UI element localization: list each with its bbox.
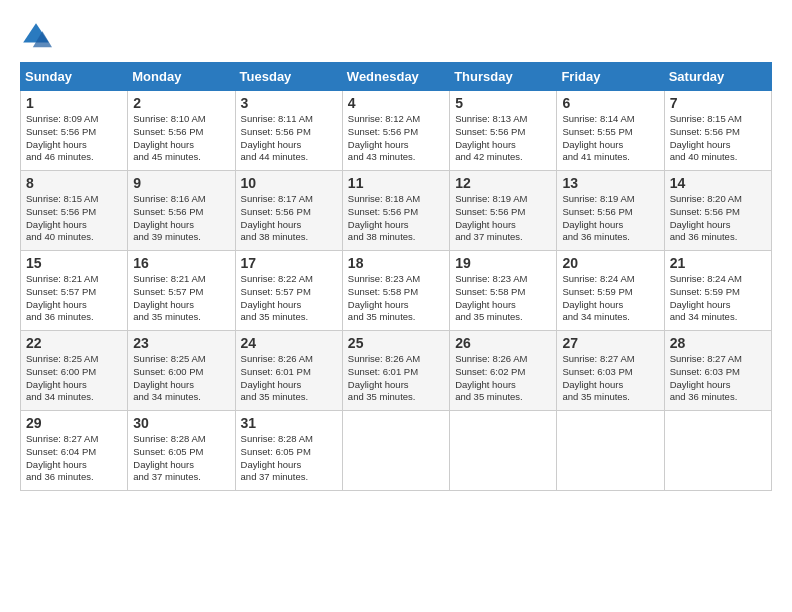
calendar-header: SundayMondayTuesdayWednesdayThursdayFrid… (21, 63, 772, 91)
day-info: Sunrise: 8:25 AM Sunset: 6:00 PM Dayligh… (26, 353, 122, 404)
day-number: 4 (348, 95, 444, 111)
calendar-cell: 13 Sunrise: 8:19 AM Sunset: 5:56 PM Dayl… (557, 171, 664, 251)
day-info: Sunrise: 8:19 AM Sunset: 5:56 PM Dayligh… (455, 193, 551, 244)
calendar-cell: 20 Sunrise: 8:24 AM Sunset: 5:59 PM Dayl… (557, 251, 664, 331)
day-info: Sunrise: 8:28 AM Sunset: 6:05 PM Dayligh… (133, 433, 229, 484)
day-number: 5 (455, 95, 551, 111)
day-info: Sunrise: 8:11 AM Sunset: 5:56 PM Dayligh… (241, 113, 337, 164)
day-info: Sunrise: 8:24 AM Sunset: 5:59 PM Dayligh… (562, 273, 658, 324)
calendar-cell: 12 Sunrise: 8:19 AM Sunset: 5:56 PM Dayl… (450, 171, 557, 251)
weekday-header-wednesday: Wednesday (342, 63, 449, 91)
day-info: Sunrise: 8:18 AM Sunset: 5:56 PM Dayligh… (348, 193, 444, 244)
day-info: Sunrise: 8:16 AM Sunset: 5:56 PM Dayligh… (133, 193, 229, 244)
calendar-cell: 6 Sunrise: 8:14 AM Sunset: 5:55 PM Dayli… (557, 91, 664, 171)
day-info: Sunrise: 8:20 AM Sunset: 5:56 PM Dayligh… (670, 193, 766, 244)
day-number: 29 (26, 415, 122, 431)
day-info: Sunrise: 8:25 AM Sunset: 6:00 PM Dayligh… (133, 353, 229, 404)
weekday-header-monday: Monday (128, 63, 235, 91)
day-number: 11 (348, 175, 444, 191)
day-number: 20 (562, 255, 658, 271)
calendar-cell: 27 Sunrise: 8:27 AM Sunset: 6:03 PM Dayl… (557, 331, 664, 411)
weekday-header-tuesday: Tuesday (235, 63, 342, 91)
day-number: 7 (670, 95, 766, 111)
day-number: 12 (455, 175, 551, 191)
weekday-header-saturday: Saturday (664, 63, 771, 91)
calendar-cell: 11 Sunrise: 8:18 AM Sunset: 5:56 PM Dayl… (342, 171, 449, 251)
calendar-cell: 25 Sunrise: 8:26 AM Sunset: 6:01 PM Dayl… (342, 331, 449, 411)
day-number: 25 (348, 335, 444, 351)
calendar-cell: 30 Sunrise: 8:28 AM Sunset: 6:05 PM Dayl… (128, 411, 235, 491)
day-number: 28 (670, 335, 766, 351)
day-info: Sunrise: 8:10 AM Sunset: 5:56 PM Dayligh… (133, 113, 229, 164)
day-info: Sunrise: 8:23 AM Sunset: 5:58 PM Dayligh… (455, 273, 551, 324)
calendar-cell: 22 Sunrise: 8:25 AM Sunset: 6:00 PM Dayl… (21, 331, 128, 411)
day-number: 10 (241, 175, 337, 191)
calendar-cell: 2 Sunrise: 8:10 AM Sunset: 5:56 PM Dayli… (128, 91, 235, 171)
calendar-cell (557, 411, 664, 491)
calendar-cell: 1 Sunrise: 8:09 AM Sunset: 5:56 PM Dayli… (21, 91, 128, 171)
calendar-cell: 9 Sunrise: 8:16 AM Sunset: 5:56 PM Dayli… (128, 171, 235, 251)
calendar-cell: 4 Sunrise: 8:12 AM Sunset: 5:56 PM Dayli… (342, 91, 449, 171)
day-info: Sunrise: 8:26 AM Sunset: 6:01 PM Dayligh… (348, 353, 444, 404)
weekday-header-friday: Friday (557, 63, 664, 91)
calendar-cell: 14 Sunrise: 8:20 AM Sunset: 5:56 PM Dayl… (664, 171, 771, 251)
weekday-header-sunday: Sunday (21, 63, 128, 91)
day-number: 16 (133, 255, 229, 271)
weekday-header-row: SundayMondayTuesdayWednesdayThursdayFrid… (21, 63, 772, 91)
calendar-cell: 16 Sunrise: 8:21 AM Sunset: 5:57 PM Dayl… (128, 251, 235, 331)
calendar-cell: 28 Sunrise: 8:27 AM Sunset: 6:03 PM Dayl… (664, 331, 771, 411)
day-info: Sunrise: 8:09 AM Sunset: 5:56 PM Dayligh… (26, 113, 122, 164)
day-number: 19 (455, 255, 551, 271)
day-info: Sunrise: 8:14 AM Sunset: 5:55 PM Dayligh… (562, 113, 658, 164)
day-info: Sunrise: 8:12 AM Sunset: 5:56 PM Dayligh… (348, 113, 444, 164)
day-info: Sunrise: 8:27 AM Sunset: 6:03 PM Dayligh… (670, 353, 766, 404)
calendar-cell: 26 Sunrise: 8:26 AM Sunset: 6:02 PM Dayl… (450, 331, 557, 411)
day-number: 26 (455, 335, 551, 351)
day-info: Sunrise: 8:26 AM Sunset: 6:02 PM Dayligh… (455, 353, 551, 404)
calendar-cell: 23 Sunrise: 8:25 AM Sunset: 6:00 PM Dayl… (128, 331, 235, 411)
day-info: Sunrise: 8:23 AM Sunset: 5:58 PM Dayligh… (348, 273, 444, 324)
weekday-header-thursday: Thursday (450, 63, 557, 91)
calendar-cell: 21 Sunrise: 8:24 AM Sunset: 5:59 PM Dayl… (664, 251, 771, 331)
day-info: Sunrise: 8:24 AM Sunset: 5:59 PM Dayligh… (670, 273, 766, 324)
calendar-cell: 15 Sunrise: 8:21 AM Sunset: 5:57 PM Dayl… (21, 251, 128, 331)
calendar-week-4: 22 Sunrise: 8:25 AM Sunset: 6:00 PM Dayl… (21, 331, 772, 411)
day-number: 27 (562, 335, 658, 351)
day-number: 14 (670, 175, 766, 191)
calendar-cell: 10 Sunrise: 8:17 AM Sunset: 5:56 PM Dayl… (235, 171, 342, 251)
calendar-week-1: 1 Sunrise: 8:09 AM Sunset: 5:56 PM Dayli… (21, 91, 772, 171)
page-header (20, 20, 772, 52)
day-number: 2 (133, 95, 229, 111)
day-info: Sunrise: 8:15 AM Sunset: 5:56 PM Dayligh… (26, 193, 122, 244)
calendar-cell: 31 Sunrise: 8:28 AM Sunset: 6:05 PM Dayl… (235, 411, 342, 491)
day-info: Sunrise: 8:13 AM Sunset: 5:56 PM Dayligh… (455, 113, 551, 164)
calendar-cell (342, 411, 449, 491)
day-number: 22 (26, 335, 122, 351)
calendar-cell: 17 Sunrise: 8:22 AM Sunset: 5:57 PM Dayl… (235, 251, 342, 331)
day-number: 9 (133, 175, 229, 191)
calendar-body: 1 Sunrise: 8:09 AM Sunset: 5:56 PM Dayli… (21, 91, 772, 491)
day-info: Sunrise: 8:28 AM Sunset: 6:05 PM Dayligh… (241, 433, 337, 484)
day-info: Sunrise: 8:15 AM Sunset: 5:56 PM Dayligh… (670, 113, 766, 164)
calendar-cell: 18 Sunrise: 8:23 AM Sunset: 5:58 PM Dayl… (342, 251, 449, 331)
day-number: 17 (241, 255, 337, 271)
calendar-cell: 3 Sunrise: 8:11 AM Sunset: 5:56 PM Dayli… (235, 91, 342, 171)
day-info: Sunrise: 8:26 AM Sunset: 6:01 PM Dayligh… (241, 353, 337, 404)
calendar-week-2: 8 Sunrise: 8:15 AM Sunset: 5:56 PM Dayli… (21, 171, 772, 251)
day-number: 1 (26, 95, 122, 111)
day-number: 18 (348, 255, 444, 271)
calendar-table: SundayMondayTuesdayWednesdayThursdayFrid… (20, 62, 772, 491)
day-info: Sunrise: 8:21 AM Sunset: 5:57 PM Dayligh… (133, 273, 229, 324)
day-number: 30 (133, 415, 229, 431)
day-number: 23 (133, 335, 229, 351)
calendar-week-3: 15 Sunrise: 8:21 AM Sunset: 5:57 PM Dayl… (21, 251, 772, 331)
day-number: 8 (26, 175, 122, 191)
calendar-cell (450, 411, 557, 491)
day-number: 24 (241, 335, 337, 351)
calendar-cell: 8 Sunrise: 8:15 AM Sunset: 5:56 PM Dayli… (21, 171, 128, 251)
day-number: 31 (241, 415, 337, 431)
day-info: Sunrise: 8:27 AM Sunset: 6:04 PM Dayligh… (26, 433, 122, 484)
day-number: 15 (26, 255, 122, 271)
day-number: 6 (562, 95, 658, 111)
day-info: Sunrise: 8:27 AM Sunset: 6:03 PM Dayligh… (562, 353, 658, 404)
